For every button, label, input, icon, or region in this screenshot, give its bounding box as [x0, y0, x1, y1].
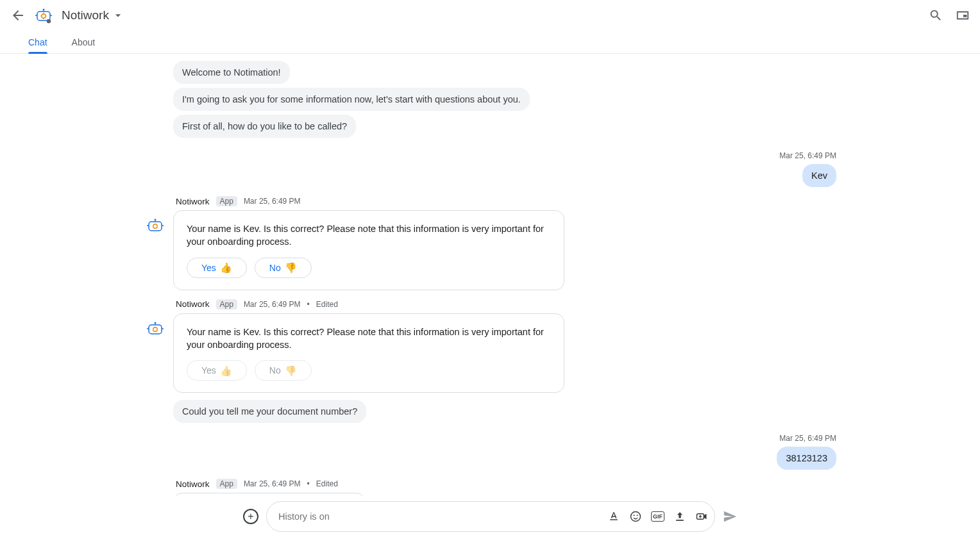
bot-message: I'm going to ask you for some informatio… [173, 88, 530, 111]
no-button[interactable]: No 👎 [255, 258, 312, 278]
tab-about[interactable]: About [72, 31, 96, 53]
send-icon[interactable] [723, 509, 737, 524]
gif-icon[interactable]: GIF [651, 511, 664, 522]
user-message: Kev [802, 164, 836, 187]
edited-label: Edited [316, 300, 338, 309]
bot-card: Your name is Kev. Is this correct? Pleas… [173, 313, 564, 393]
bot-name: Notiwork [176, 479, 210, 489]
timestamp: Mar 25, 6:49 PM [244, 197, 301, 206]
bot-header: Notiwork App Mar 25, 6:49 PM [176, 196, 843, 206]
card-text: Your name is Kev. Is this correct? Pleas… [187, 326, 551, 352]
chat-area[interactable]: Welcome to Notimation! I'm going to ask … [0, 54, 980, 496]
button-row: Yes 👍 No 👎 [187, 258, 551, 278]
svg-point-10 [47, 19, 51, 23]
card-text: Your name is Kev. Is this correct? Pleas… [187, 222, 551, 249]
pip-icon[interactable] [956, 8, 970, 22]
separator: • [307, 479, 310, 488]
svg-point-18 [155, 322, 156, 324]
svg-rect-11 [149, 222, 162, 231]
bot-followup: Could you tell me your document number? [173, 398, 843, 425]
thumbs-up-icon: 👍 [220, 263, 232, 272]
svg-point-30 [634, 515, 635, 516]
upload-icon[interactable] [673, 510, 686, 523]
timestamp: Mar 25, 6:49 PM [779, 434, 836, 443]
tab-chat[interactable]: Chat [28, 31, 47, 53]
back-icon[interactable] [10, 8, 26, 23]
bot-name: Notiwork [176, 299, 210, 309]
message-input-container: GIF [266, 501, 715, 532]
bot-name: Notiwork [176, 197, 210, 206]
bot-avatar [145, 318, 165, 339]
thumbs-down-icon: 👎 [285, 366, 297, 376]
app-badge: App [216, 196, 237, 206]
svg-point-12 [155, 219, 156, 221]
no-label: No [269, 365, 281, 376]
svg-point-29 [631, 512, 641, 522]
timestamp: Mar 25, 6:49 PM [779, 151, 836, 160]
message-input[interactable] [278, 511, 607, 522]
emoji-icon[interactable] [629, 510, 642, 523]
bot-intro-group: Welcome to Notimation! I'm going to ask … [173, 59, 843, 140]
yes-button[interactable]: Yes 👍 [187, 258, 247, 278]
user-message: 38123123 [777, 447, 836, 470]
svg-rect-17 [149, 325, 162, 334]
format-icon[interactable] [607, 510, 620, 523]
bot-card-group: Notiwork App Mar 25, 6:49 PM Your name i… [137, 196, 843, 290]
header: Notiwork [0, 0, 980, 31]
thumbs-up-icon: 👍 [220, 366, 232, 376]
composer: + GIF [0, 496, 980, 537]
yes-button-disabled: Yes 👍 [187, 360, 247, 381]
svg-point-22 [153, 327, 157, 331]
add-button[interactable]: + [243, 509, 258, 524]
chevron-down-icon [112, 9, 124, 22]
svg-point-31 [637, 515, 638, 516]
separator: • [307, 300, 310, 309]
bot-message: Could you tell me your document number? [173, 400, 366, 423]
bot-card-group: Notiwork App Mar 25, 6:49 PM • Edited Yo… [137, 299, 843, 425]
app-badge: App [216, 299, 237, 310]
yes-label: Yes [201, 263, 216, 273]
bot-card-group: Notiwork App Mar 25, 6:49 PM • Edited Wh… [137, 479, 843, 496]
app-avatar [33, 5, 54, 26]
edited-label: Edited [316, 479, 338, 488]
svg-point-5 [42, 14, 46, 18]
timestamp: Mar 25, 6:49 PM [244, 300, 301, 309]
bot-card: Your name is Kev. Is this correct? Pleas… [173, 210, 564, 290]
app-title[interactable]: Notiwork [62, 8, 124, 22]
bot-header: Notiwork App Mar 25, 6:49 PM • Edited [176, 299, 843, 310]
svg-point-1 [43, 9, 45, 11]
user-message-group: Mar 25, 6:49 PM Kev [137, 151, 843, 187]
timestamp: Mar 25, 6:49 PM [244, 479, 301, 488]
user-message-group: Mar 25, 6:49 PM 38123123 [137, 434, 843, 470]
search-icon[interactable] [929, 8, 943, 22]
bot-header: Notiwork App Mar 25, 6:49 PM • Edited [176, 479, 843, 489]
thumbs-down-icon: 👎 [285, 263, 297, 272]
no-button-disabled: No 👎 [255, 360, 312, 381]
video-icon[interactable] [695, 510, 708, 523]
bot-message: First of all, how do you like to be call… [173, 115, 356, 138]
app-badge: App [216, 479, 237, 489]
yes-label: Yes [201, 365, 216, 376]
svg-point-16 [153, 224, 157, 228]
header-actions [929, 8, 970, 22]
no-label: No [269, 263, 281, 273]
button-row: Yes 👍 No 👎 [187, 360, 551, 381]
app-title-text: Notiwork [62, 8, 109, 22]
bot-message: Welcome to Notimation! [173, 61, 290, 84]
bot-avatar [145, 215, 165, 236]
tabs: Chat About [0, 31, 980, 54]
